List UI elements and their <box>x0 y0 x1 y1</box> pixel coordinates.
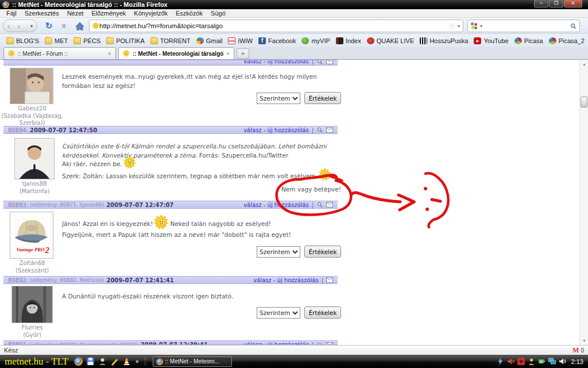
post-header-80893: 80893. (előzmény: 80871. tjanos88) 2009-… <box>3 201 338 209</box>
bookmark-star-icon[interactable]: ☆ <box>448 22 455 30</box>
rate-select[interactable]: Szerintem... <box>257 246 300 258</box>
folder-icon <box>106 37 114 44</box>
menu-file[interactable]: Fájl <box>2 10 21 17</box>
messenger-person-icon[interactable] <box>98 357 107 366</box>
tab-metnet-forum[interactable]: :: MetNet - Fórum :: × <box>3 47 116 59</box>
bookmark-picasa2[interactable]: Picasa_2 <box>546 37 587 44</box>
reply-links[interactable]: válasz - új hozzászólás <box>243 202 308 208</box>
menu-help[interactable]: Súgó <box>207 10 230 17</box>
taskbar-grip <box>144 357 147 366</box>
mail-count: 0 <box>581 347 584 354</box>
forward-icon[interactable]: › <box>18 22 20 30</box>
firefox-quicklaunch-icon[interactable] <box>74 357 83 366</box>
reply-links[interactable]: válasz - új hozzászólás <box>243 341 308 345</box>
system-tray: 2:13 <box>497 358 588 365</box>
rate-select[interactable]: Szerintem... <box>257 93 300 104</box>
user-person-tray-icon[interactable] <box>528 358 535 365</box>
network-monitors-tray-icon[interactable] <box>548 358 556 365</box>
restore-button[interactable] <box>549 0 563 7</box>
volume-tray-icon[interactable] <box>559 358 566 365</box>
stop-button[interactable]: × <box>57 20 70 32</box>
menu-edit[interactable]: Szerkesztés <box>21 10 63 17</box>
google-search-engine-icon[interactable] <box>471 22 478 29</box>
avatar-gabesz20 <box>10 68 53 104</box>
refresh-button[interactable]: ↻ <box>42 20 55 32</box>
gmail-notifier-icon[interactable] <box>572 346 579 355</box>
muted-speaker-tray-icon[interactable] <box>507 358 514 365</box>
reply-links[interactable]: válasz - új hozzászólás <box>243 60 308 64</box>
username[interactable]: Gabesz20 <box>18 105 47 112</box>
firefox-icon <box>2 1 9 8</box>
paint-brush-icon[interactable] <box>110 357 119 366</box>
tab-close-icon[interactable]: × <box>226 50 230 57</box>
mail-envelope-icon[interactable] <box>326 277 333 283</box>
watch-loupe-icon[interactable] <box>316 60 323 64</box>
bookmark-facebook[interactable]: Facebook <box>256 37 299 44</box>
bookmark-folder-met[interactable]: MET <box>42 37 71 44</box>
bookmark-youtube[interactable]: YouTube <box>471 37 511 44</box>
vertical-scrollbar[interactable] <box>579 60 588 345</box>
url-bar[interactable]: ☆ ▾ <box>89 20 463 32</box>
bookmark-folder-torrent[interactable]: TORRENT <box>148 37 194 44</box>
bookmark-iwiw[interactable]: iWiW <box>225 37 256 44</box>
tab-metnet-tarsalgo[interactable]: :: MetNet - Meteorológiai társalgó :: × <box>118 47 234 59</box>
username[interactable]: tjanos88 <box>22 181 47 187</box>
search-bar[interactable]: ▾ <box>467 20 580 32</box>
tab-bar: :: MetNet - Fórum :: × :: MetNet - Meteo… <box>0 47 588 60</box>
menu-bar: Fájl Szerkesztés Nézet Előzmények Könyvj… <box>0 9 588 18</box>
bookmark-index[interactable]: Index <box>333 37 364 44</box>
red-app-tray-icon[interactable] <box>517 358 525 365</box>
history-dropdown-icon[interactable]: ▾ <box>30 24 33 29</box>
username[interactable]: Flurries <box>21 324 42 331</box>
tab-close-icon[interactable]: × <box>108 50 111 57</box>
battery-tray-icon[interactable] <box>538 358 546 365</box>
bookmark-hosszupuska[interactable]: HosszuPuska <box>417 37 471 44</box>
bookmark-myvip[interactable]: myVIP <box>299 37 332 44</box>
new-tab-button[interactable] <box>237 48 249 59</box>
search-input[interactable] <box>482 22 570 29</box>
post-text: Lesznek események ma..nyugi gyerekek,itt… <box>62 72 333 91</box>
bookmark-folder-pecs[interactable]: PÉCS <box>71 37 103 44</box>
url-dropdown-icon[interactable]: ▾ <box>458 24 460 29</box>
rate-button[interactable]: Értékelek <box>304 306 341 319</box>
watch-loupe-icon[interactable] <box>316 202 323 208</box>
bookmark-folder-politika[interactable]: POLITIKA <box>103 37 148 44</box>
scrollbar-thumb[interactable] <box>581 97 587 108</box>
floppy-save-icon[interactable] <box>86 357 95 366</box>
menu-bookmarks[interactable]: Könyvjelzők <box>130 10 172 17</box>
menu-history[interactable]: Előzmények <box>87 10 130 17</box>
username[interactable]: Zoltán68 <box>20 260 45 266</box>
taskbar-clock[interactable]: 2:13 <box>571 358 583 365</box>
rate-button[interactable]: Értékelek <box>304 92 341 104</box>
scroll-up-arrow[interactable] <box>580 60 588 68</box>
scroll-down-arrow[interactable] <box>580 336 588 345</box>
rate-button[interactable]: Értékelek <box>304 246 341 258</box>
bookmark-quakelive[interactable]: QUAKE LIVE <box>364 37 417 44</box>
minimize-button[interactable] <box>534 0 548 7</box>
toolbar-overflow-chevron-icon[interactable] <box>136 358 139 365</box>
menu-tools[interactable]: Eszközök <box>172 10 207 17</box>
status-bar: Kész 0 <box>0 345 588 355</box>
watch-loupe-icon[interactable] <box>316 127 323 133</box>
search-magnifier-icon[interactable] <box>570 23 577 29</box>
bookmark-folder-blogs[interactable]: BLOG'S <box>3 37 42 44</box>
vlc-cone-icon[interactable] <box>122 357 131 366</box>
mail-envelope-icon[interactable] <box>326 127 333 133</box>
mail-envelope-icon[interactable] <box>326 202 333 208</box>
url-input[interactable] <box>99 22 448 29</box>
bookmark-picasa[interactable]: Picasa <box>512 37 546 44</box>
close-button[interactable] <box>564 0 582 7</box>
navigation-toolbar: ‹ › ▾ ↻ × ☆ ▾ ▾ <box>0 18 588 34</box>
home-button[interactable] <box>74 20 86 32</box>
reply-links[interactable]: válasz - új hozzászólás <box>253 277 318 283</box>
taskbar-window-button[interactable]: :: MetNet - Meteoro... <box>153 356 232 367</box>
rate-select[interactable]: Szerintem... <box>257 307 300 319</box>
mail-envelope-icon[interactable] <box>326 60 333 64</box>
bookmark-gmail[interactable]: Gmail <box>194 37 226 44</box>
reply-links[interactable]: válasz - új hozzászólás <box>243 127 308 133</box>
back-icon[interactable]: ‹ <box>7 22 10 30</box>
power-bolt-tray-icon[interactable] <box>497 358 504 365</box>
menu-view[interactable]: Nézet <box>63 10 88 17</box>
back-forward-buttons[interactable]: ‹ › ▾ <box>3 20 37 32</box>
svg-text:Vantage PRO: Vantage PRO <box>17 247 45 252</box>
